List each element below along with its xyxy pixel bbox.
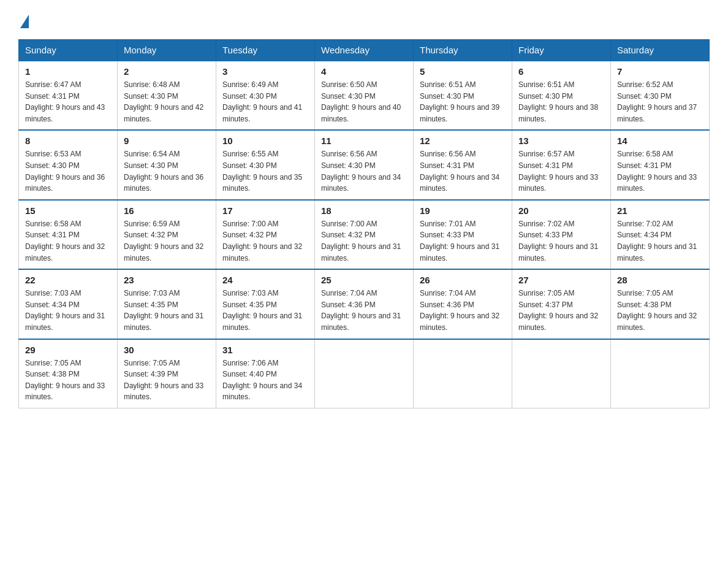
calendar-cell: 28Sunrise: 7:05 AMSunset: 4:38 PMDayligh…	[611, 269, 710, 339]
col-header-monday: Monday	[118, 40, 216, 61]
col-header-sunday: Sunday	[19, 40, 118, 61]
day-number: 30	[124, 345, 210, 355]
day-info: Sunrise: 7:05 AMSunset: 4:38 PMDaylight:…	[25, 358, 111, 403]
day-info: Sunrise: 7:03 AMSunset: 4:34 PMDaylight:…	[25, 288, 111, 333]
calendar-cell: 22Sunrise: 7:03 AMSunset: 4:34 PMDayligh…	[19, 269, 118, 339]
day-info: Sunrise: 7:06 AMSunset: 4:40 PMDaylight:…	[222, 358, 308, 403]
calendar-cell: 29Sunrise: 7:05 AMSunset: 4:38 PMDayligh…	[19, 339, 118, 408]
day-info: Sunrise: 7:03 AMSunset: 4:35 PMDaylight:…	[222, 288, 308, 333]
page-header	[18, 12, 710, 27]
logo	[18, 12, 29, 27]
day-info: Sunrise: 6:58 AMSunset: 4:31 PMDaylight:…	[617, 148, 703, 194]
day-info: Sunrise: 6:55 AMSunset: 4:30 PMDaylight:…	[222, 148, 308, 194]
calendar-cell: 9Sunrise: 6:54 AMSunset: 4:30 PMDaylight…	[118, 130, 216, 199]
day-number: 2	[124, 66, 210, 77]
calendar-cell	[414, 339, 512, 408]
day-info: Sunrise: 6:52 AMSunset: 4:30 PMDaylight:…	[617, 79, 703, 124]
day-number: 12	[420, 136, 506, 146]
calendar-cell: 31Sunrise: 7:06 AMSunset: 4:40 PMDayligh…	[216, 339, 315, 408]
day-number: 29	[25, 345, 111, 355]
day-number: 9	[124, 136, 210, 146]
day-info: Sunrise: 6:48 AMSunset: 4:30 PMDaylight:…	[124, 79, 210, 124]
day-info: Sunrise: 7:04 AMSunset: 4:36 PMDaylight:…	[321, 288, 407, 333]
col-header-tuesday: Tuesday	[216, 40, 315, 61]
day-info: Sunrise: 6:59 AMSunset: 4:32 PMDaylight:…	[124, 218, 210, 264]
day-number: 20	[518, 205, 604, 216]
day-info: Sunrise: 6:56 AMSunset: 4:31 PMDaylight:…	[420, 148, 506, 194]
calendar-cell: 24Sunrise: 7:03 AMSunset: 4:35 PMDayligh…	[216, 269, 315, 339]
day-number: 22	[25, 275, 111, 285]
calendar-cell: 16Sunrise: 6:59 AMSunset: 4:32 PMDayligh…	[118, 200, 216, 269]
calendar-cell: 23Sunrise: 7:03 AMSunset: 4:35 PMDayligh…	[118, 269, 216, 339]
day-number: 8	[25, 136, 111, 146]
day-info: Sunrise: 6:49 AMSunset: 4:30 PMDaylight:…	[222, 79, 308, 124]
day-info: Sunrise: 7:00 AMSunset: 4:32 PMDaylight:…	[222, 218, 308, 264]
day-info: Sunrise: 6:58 AMSunset: 4:31 PMDaylight:…	[25, 218, 111, 264]
day-info: Sunrise: 6:50 AMSunset: 4:30 PMDaylight:…	[321, 79, 407, 124]
calendar-cell: 14Sunrise: 6:58 AMSunset: 4:31 PMDayligh…	[611, 130, 710, 199]
calendar-cell	[315, 339, 414, 408]
calendar-cell: 3Sunrise: 6:49 AMSunset: 4:30 PMDaylight…	[216, 61, 315, 130]
day-number: 18	[321, 205, 407, 216]
day-number: 7	[617, 66, 703, 77]
day-number: 6	[518, 66, 604, 77]
day-number: 10	[222, 136, 308, 146]
calendar-cell: 17Sunrise: 7:00 AMSunset: 4:32 PMDayligh…	[216, 200, 315, 269]
day-info: Sunrise: 6:47 AMSunset: 4:31 PMDaylight:…	[25, 79, 111, 124]
calendar-header-row: SundayMondayTuesdayWednesdayThursdayFrid…	[19, 40, 710, 61]
day-number: 11	[321, 136, 407, 146]
day-info: Sunrise: 7:05 AMSunset: 4:38 PMDaylight:…	[617, 288, 703, 333]
calendar-cell: 10Sunrise: 6:55 AMSunset: 4:30 PMDayligh…	[216, 130, 315, 199]
col-header-thursday: Thursday	[414, 40, 512, 61]
calendar-cell: 19Sunrise: 7:01 AMSunset: 4:33 PMDayligh…	[414, 200, 512, 269]
day-info: Sunrise: 6:54 AMSunset: 4:30 PMDaylight:…	[124, 148, 210, 194]
day-info: Sunrise: 6:51 AMSunset: 4:30 PMDaylight:…	[420, 79, 506, 124]
day-number: 31	[222, 345, 308, 355]
calendar-week-row: 22Sunrise: 7:03 AMSunset: 4:34 PMDayligh…	[19, 269, 710, 339]
calendar-cell: 7Sunrise: 6:52 AMSunset: 4:30 PMDaylight…	[611, 61, 710, 130]
day-number: 28	[617, 275, 703, 285]
calendar-week-row: 29Sunrise: 7:05 AMSunset: 4:38 PMDayligh…	[19, 339, 710, 408]
day-info: Sunrise: 6:53 AMSunset: 4:30 PMDaylight:…	[25, 148, 111, 194]
calendar-cell	[611, 339, 710, 408]
calendar-cell: 1Sunrise: 6:47 AMSunset: 4:31 PMDaylight…	[19, 61, 118, 130]
day-number: 4	[321, 66, 407, 77]
day-info: Sunrise: 7:01 AMSunset: 4:33 PMDaylight:…	[420, 218, 506, 264]
calendar-cell: 20Sunrise: 7:02 AMSunset: 4:33 PMDayligh…	[512, 200, 611, 269]
day-info: Sunrise: 7:05 AMSunset: 4:37 PMDaylight:…	[518, 288, 604, 333]
calendar-table: SundayMondayTuesdayWednesdayThursdayFrid…	[18, 39, 710, 408]
calendar-cell: 4Sunrise: 6:50 AMSunset: 4:30 PMDaylight…	[315, 61, 414, 130]
calendar-week-row: 1Sunrise: 6:47 AMSunset: 4:31 PMDaylight…	[19, 61, 710, 130]
day-number: 17	[222, 205, 308, 216]
calendar-cell: 5Sunrise: 6:51 AMSunset: 4:30 PMDaylight…	[414, 61, 512, 130]
calendar-cell: 25Sunrise: 7:04 AMSunset: 4:36 PMDayligh…	[315, 269, 414, 339]
calendar-cell: 8Sunrise: 6:53 AMSunset: 4:30 PMDaylight…	[19, 130, 118, 199]
day-number: 13	[518, 136, 604, 146]
day-number: 26	[420, 275, 506, 285]
day-info: Sunrise: 7:03 AMSunset: 4:35 PMDaylight:…	[124, 288, 210, 333]
calendar-cell: 15Sunrise: 6:58 AMSunset: 4:31 PMDayligh…	[19, 200, 118, 269]
day-info: Sunrise: 7:00 AMSunset: 4:32 PMDaylight:…	[321, 218, 407, 264]
day-info: Sunrise: 6:51 AMSunset: 4:30 PMDaylight:…	[518, 79, 604, 124]
day-number: 16	[124, 205, 210, 216]
col-header-saturday: Saturday	[611, 40, 710, 61]
day-number: 15	[25, 205, 111, 216]
day-number: 1	[25, 66, 111, 77]
day-info: Sunrise: 6:56 AMSunset: 4:30 PMDaylight:…	[321, 148, 407, 194]
calendar-cell: 18Sunrise: 7:00 AMSunset: 4:32 PMDayligh…	[315, 200, 414, 269]
calendar-cell: 11Sunrise: 6:56 AMSunset: 4:30 PMDayligh…	[315, 130, 414, 199]
day-number: 5	[420, 66, 506, 77]
calendar-week-row: 15Sunrise: 6:58 AMSunset: 4:31 PMDayligh…	[19, 200, 710, 269]
day-info: Sunrise: 7:04 AMSunset: 4:36 PMDaylight:…	[420, 288, 506, 333]
calendar-cell: 21Sunrise: 7:02 AMSunset: 4:34 PMDayligh…	[611, 200, 710, 269]
day-number: 14	[617, 136, 703, 146]
col-header-wednesday: Wednesday	[315, 40, 414, 61]
day-number: 24	[222, 275, 308, 285]
day-info: Sunrise: 7:02 AMSunset: 4:33 PMDaylight:…	[518, 218, 604, 264]
calendar-cell: 13Sunrise: 6:57 AMSunset: 4:31 PMDayligh…	[512, 130, 611, 199]
day-number: 21	[617, 205, 703, 216]
calendar-cell	[512, 339, 611, 408]
calendar-cell: 2Sunrise: 6:48 AMSunset: 4:30 PMDaylight…	[118, 61, 216, 130]
day-number: 25	[321, 275, 407, 285]
day-info: Sunrise: 6:57 AMSunset: 4:31 PMDaylight:…	[518, 148, 604, 194]
